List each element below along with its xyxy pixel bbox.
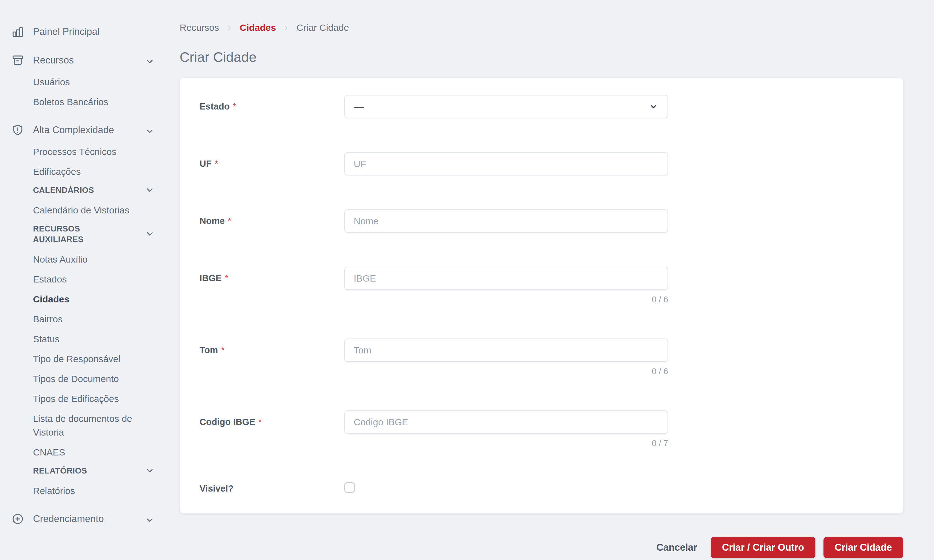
sidebar-subitem-label: Processos Técnicos (33, 146, 116, 157)
sidebar-item-label: Recursos (33, 53, 74, 68)
shield-exclamation-icon (11, 123, 24, 137)
sidebar-subitem-label: Usuários (33, 77, 70, 87)
nome-input[interactable] (344, 209, 668, 233)
sidebar: Painel Principal Recursos Usuários Bolet… (0, 0, 168, 560)
chevron-down-icon[interactable] (145, 514, 154, 524)
plus-circle-icon (11, 512, 24, 525)
field-label: IBGE * (200, 267, 344, 290)
sidebar-subitem-label: Bairros (33, 314, 63, 324)
sidebar-item-alta-complexidade[interactable]: Alta Complexidade (0, 123, 168, 137)
sidebar-item-tipo-de-responsavel[interactable]: Tipo de Responsável (0, 352, 168, 366)
required-asterisk: * (225, 273, 228, 283)
required-asterisk: * (228, 216, 231, 226)
sidebar-item-relatorios[interactable]: RELATÓRIOS (0, 465, 168, 476)
field-row-tom: Tom * 0 / 6 (200, 338, 903, 377)
breadcrumb-separator-icon (225, 24, 233, 32)
sidebar-section-label: CALENDÁRIOS (33, 185, 94, 195)
chevron-down-icon[interactable] (145, 466, 154, 475)
codigo-ibge-char-counter: 0 / 7 (344, 438, 668, 448)
sidebar-item-lista-de-documentos-de-vistoria[interactable]: Lista de documentos de Vistoria (0, 412, 168, 439)
sidebar-item-label: Alta Complexidade (33, 123, 114, 137)
chevron-down-icon[interactable] (145, 229, 154, 238)
breadcrumb-separator-icon (282, 24, 290, 32)
chevron-down-icon (649, 102, 658, 111)
uf-input[interactable] (344, 152, 668, 175)
sidebar-subitem-label: Status (33, 334, 60, 344)
breadcrumb: RecursosCidadesCriar Cidade (180, 22, 903, 33)
sidebar-subitem-label: Tipo de Responsável (33, 354, 120, 364)
sidebar-item-label: Painel Principal (33, 24, 100, 39)
field-label: Tom * (200, 338, 344, 362)
sidebar-item-status[interactable]: Status (0, 332, 168, 346)
field-row-visivel: Visivel? (200, 482, 903, 495)
sidebar-item-recursos[interactable]: Recursos (0, 53, 168, 68)
field-control: — (344, 95, 668, 118)
field-control: 0 / 6 (344, 338, 668, 377)
sidebar-subitem-label: CNAES (33, 447, 65, 457)
bar-chart-icon (11, 25, 24, 38)
field-label: Codigo IBGE * (200, 410, 344, 434)
sidebar-item-tipos-de-edificacoes[interactable]: Tipos de Edificações (0, 392, 168, 406)
sidebar-section-label: RECURSOS AUXILIARES (33, 223, 117, 245)
chevron-down-icon[interactable] (145, 56, 154, 65)
sidebar-item-cidades[interactable]: Cidades (0, 292, 168, 306)
required-asterisk: * (221, 345, 225, 355)
estado-select[interactable]: — (344, 95, 668, 118)
sidebar-item-usuarios[interactable]: Usuários (0, 75, 168, 89)
breadcrumb-item-recursos[interactable]: Recursos (180, 22, 219, 33)
field-label: Nome * (200, 209, 344, 233)
create-city-button[interactable]: Criar Cidade (823, 537, 903, 558)
main-content: RecursosCidadesCriar Cidade Criar Cidade… (168, 0, 934, 560)
sidebar-subitem-label: Estados (33, 274, 66, 285)
field-label: UF * (200, 152, 344, 175)
required-asterisk: * (215, 158, 218, 169)
sidebar-subitem-label: Tipos de Documento (33, 374, 119, 384)
field-control (344, 152, 668, 175)
sidebar-subitem-label: Cidades (33, 294, 69, 304)
tom-char-counter: 0 / 6 (344, 367, 668, 377)
field-row-estado: Estado * — (200, 95, 903, 118)
field-row-codigo-ibge: Codigo IBGE * 0 / 7 (200, 410, 903, 448)
sidebar-item-calendarios[interactable]: CALENDÁRIOS (0, 185, 168, 195)
sidebar-subitem-label: Lista de documentos de Vistoria (33, 414, 132, 437)
sidebar-item-cnaes[interactable]: CNAES (0, 446, 168, 459)
create-city-form-card: Estado * — UF * Nome * IBGE * 0 / 6 Tom … (180, 78, 903, 513)
sidebar-item-edificacoes[interactable]: Edificações (0, 165, 168, 178)
required-asterisk: * (258, 417, 262, 427)
sidebar-item-painel-principal[interactable]: Painel Principal (0, 24, 168, 39)
breadcrumb-item-cidades[interactable]: Cidades (240, 22, 276, 33)
archive-box-icon (11, 54, 24, 67)
sidebar-item-notas-auxilio[interactable]: Notas Auxílio (0, 252, 168, 266)
sidebar-item-credenciamento[interactable]: Credenciamento (0, 511, 168, 526)
tom-input[interactable] (344, 338, 668, 362)
page-title: Criar Cidade (180, 49, 903, 65)
chevron-down-icon[interactable] (145, 125, 154, 135)
estado-select-value: — (354, 102, 364, 112)
chevron-down-icon[interactable] (145, 185, 154, 195)
sidebar-subitem-label: Relatórios (33, 486, 75, 496)
ibge-char-counter: 0 / 6 (344, 295, 668, 305)
sidebar-item-recursos-auxiliares[interactable]: RECURSOS AUXILIARES (0, 223, 168, 245)
sidebar-item-tipos-de-documento[interactable]: Tipos de Documento (0, 372, 168, 386)
sidebar-item-bairros[interactable]: Bairros (0, 312, 168, 326)
field-row-ibge: IBGE * 0 / 6 (200, 267, 903, 305)
sidebar-item-calendario-de-vistorias[interactable]: Calendário de Vistorias (0, 203, 168, 217)
cancel-button[interactable]: Cancelar (656, 542, 697, 553)
sidebar-subitem-label: Edificações (33, 166, 81, 177)
breadcrumb-item-criar-cidade[interactable]: Criar Cidade (296, 22, 349, 33)
sidebar-item-relatorios[interactable]: Relatórios (0, 484, 168, 498)
create-and-create-another-button[interactable]: Criar / Criar Outro (711, 537, 815, 558)
sidebar-item-boletos-bancarios[interactable]: Boletos Bancários (0, 95, 168, 109)
visivel-checkbox[interactable] (344, 482, 355, 493)
field-control: 0 / 7 (344, 410, 668, 448)
sidebar-item-estados[interactable]: Estados (0, 272, 168, 286)
codigo-ibge-input[interactable] (344, 410, 668, 434)
field-row-uf: UF * (200, 152, 903, 175)
field-control: 0 / 6 (344, 267, 668, 305)
field-label: Visivel? (200, 482, 344, 495)
field-row-nome: Nome * (200, 209, 903, 233)
ibge-input[interactable] (344, 267, 668, 290)
sidebar-item-processos-tecnicos[interactable]: Processos Técnicos (0, 145, 168, 158)
required-asterisk: * (233, 102, 236, 112)
field-control (344, 482, 668, 494)
